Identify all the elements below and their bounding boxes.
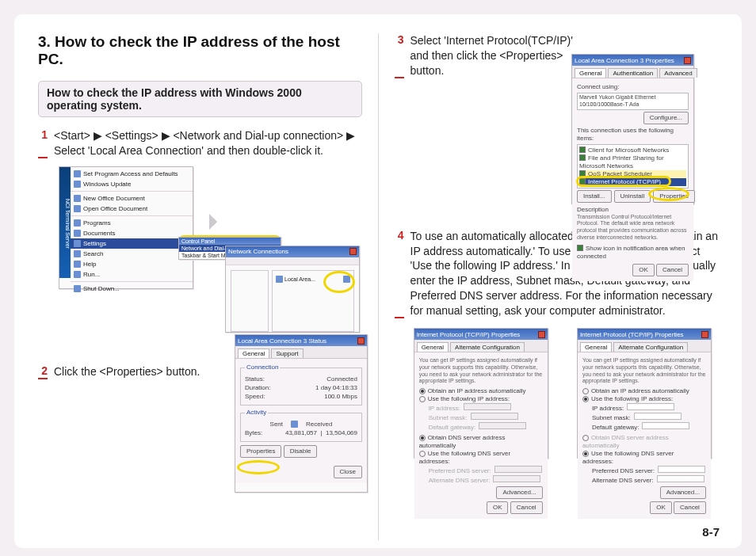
radio-icon — [582, 435, 589, 441]
label: Alternate DNS server: — [429, 477, 491, 484]
startmenu-list: Set Program Access and Defaults Windows … — [71, 167, 193, 295]
lan-label: Local Area... — [284, 276, 315, 282]
value: 13,504,069 — [326, 429, 357, 436]
menu-item: Run... — [83, 271, 100, 278]
label: Duration: — [245, 384, 270, 392]
radio-icon — [582, 396, 589, 402]
highlight-oval — [576, 176, 671, 187]
cancel-button[interactable]: Cancel — [656, 264, 689, 276]
checkbox-icon — [579, 154, 586, 161]
window-title: Internet Protocol (TCP/IP) Properties — [580, 331, 684, 338]
close-icon — [349, 248, 357, 255]
lan-icon — [276, 276, 283, 283]
screenshot-tcpip-manual: Internet Protocol (TCP/IP) Properties Ge… — [577, 328, 712, 459]
search-icon — [74, 250, 81, 257]
radio-icon — [419, 388, 426, 394]
tab-general: General — [575, 68, 606, 78]
tab-advanced: Advanced — [659, 68, 697, 78]
ok-button[interactable]: OK — [650, 501, 672, 514]
label: Sent — [270, 421, 283, 428]
window-titlebar: Local Area Connection 3 Status — [235, 335, 367, 346]
highlight-oval — [237, 460, 280, 474]
checkbox-label: Show icon in notification area when conn… — [577, 245, 685, 260]
right-column: 3 Select 'Internet Protocol(TCP/IP)' and… — [395, 33, 719, 540]
doc-icon — [74, 195, 81, 202]
page-number: 8-7 — [702, 525, 720, 539]
disable-button[interactable]: Disable — [284, 445, 318, 458]
label: IP address: — [429, 405, 460, 412]
list-item: File and Printer Sharing for Microsoft N… — [579, 154, 664, 169]
label: Status: — [245, 375, 265, 383]
submenu-item: Control Panel — [179, 238, 281, 245]
radio-icon — [582, 388, 589, 394]
label: Alternate DNS server: — [592, 477, 654, 484]
tab-auth: Authentication — [608, 68, 658, 78]
radio-icon — [419, 396, 426, 402]
highlight-oval — [323, 271, 355, 293]
menu-item: Open Office Document — [83, 205, 147, 212]
label: Preferred DNS server: — [592, 467, 655, 474]
close-icon — [701, 331, 708, 338]
label: Connect using: — [577, 83, 689, 91]
startmenu-sidebar: NCI Terminal Server — [59, 167, 71, 278]
label: IP address: — [592, 405, 624, 412]
intro-text: You can get IP settings assigned automat… — [582, 357, 706, 385]
radio-label: Use the following DNS server addresses: — [582, 450, 674, 465]
arrow-icon — [201, 214, 217, 230]
left-column: 3. How to check the IP address of the ho… — [38, 33, 362, 540]
step-number: 1 — [38, 128, 48, 158]
uninstall-button[interactable]: Uninstall — [614, 190, 651, 203]
radio-icon — [582, 451, 589, 457]
screenshot-row-tcpip: Internet Protocol (TCP/IP) Properties Ge… — [407, 328, 719, 476]
properties-button[interactable]: Properties — [240, 445, 281, 458]
label: Description — [577, 206, 609, 213]
value: 43,881,057 — [285, 429, 317, 436]
advanced-button[interactable]: Advanced... — [496, 486, 542, 499]
window-titlebar: Local Area Connection 3 Properties — [572, 55, 693, 66]
highlight-oval — [648, 187, 689, 201]
checkbox-icon — [579, 147, 586, 153]
menu-item: Windows Update — [83, 181, 131, 188]
configure-button[interactable]: Configure... — [643, 112, 689, 124]
radio-icon — [419, 435, 426, 441]
radio-label: Use the following IP address: — [428, 395, 510, 402]
cancel-button[interactable]: Cancel — [674, 501, 706, 514]
list-item: Client for Microsoft Networks — [588, 147, 669, 154]
step-number: 3 — [395, 33, 404, 78]
intro-text: You can get IP settings assigned automat… — [419, 357, 543, 385]
label: Subnet mask: — [429, 414, 468, 421]
label: Bytes: — [245, 429, 262, 437]
shutdown-icon — [74, 285, 81, 292]
radio-icon — [419, 451, 426, 457]
step-number: 2 — [38, 364, 48, 379]
tab-alt: Alternate Configuration — [450, 342, 525, 352]
radio-label: Obtain an IP address automatically — [591, 387, 689, 394]
radio-label: Obtain DNS server address automatically — [582, 434, 669, 449]
tab-general: General — [417, 342, 449, 352]
menu-item: New Office Document — [83, 195, 145, 202]
ok-button[interactable]: OK — [487, 501, 509, 514]
column-divider — [378, 33, 379, 540]
update-icon — [74, 181, 81, 188]
label: Default gateway: — [429, 424, 476, 431]
menu-item: Settings — [83, 240, 106, 247]
cancel-button[interactable]: Cancel — [510, 501, 543, 514]
nic-name: Marvell Yukon Gigabit Ethernet 10/100/10… — [577, 93, 689, 110]
screenshot-row-1: NCI Terminal Server Set Program Access a… — [59, 166, 362, 333]
screenshot-lan-status: Local Area Connection 3 Status General S… — [235, 334, 368, 493]
menu-item: Search — [83, 250, 103, 257]
close-icon — [538, 331, 545, 338]
legend: Connection — [245, 364, 280, 371]
close-button[interactable]: Close — [334, 466, 362, 478]
advanced-button[interactable]: Advanced... — [660, 486, 706, 499]
radio-label: Obtain an IP address automatically — [428, 387, 526, 394]
install-button[interactable]: Install... — [577, 190, 612, 203]
tab-alt: Alternate Configuration — [613, 342, 688, 352]
programs-icon — [74, 219, 81, 227]
label: Speed: — [245, 393, 265, 401]
legend: Activity — [245, 409, 268, 417]
ok-button[interactable]: OK — [632, 264, 655, 276]
window-title: Internet Protocol (TCP/IP) Properties — [417, 331, 521, 338]
screenshot-lan-properties: Local Area Connection 3 Properties Gener… — [571, 54, 694, 204]
manual-page: 3. How to check the IP address of the ho… — [14, 14, 742, 548]
